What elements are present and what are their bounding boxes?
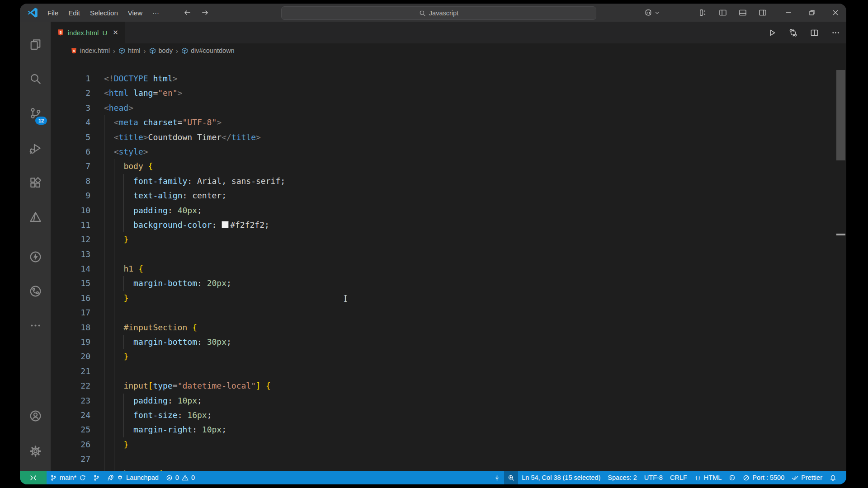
activity-source-control[interactable]: 12: [20, 102, 51, 124]
line-number[interactable]: 7: [51, 159, 90, 174]
code-line[interactable]: 13: [51, 247, 846, 262]
menu-view[interactable]: View: [123, 8, 147, 18]
status-live-server-port[interactable]: Port : 5500: [739, 471, 788, 484]
line-number[interactable]: 5: [51, 130, 90, 145]
status-notifications[interactable]: [826, 471, 840, 484]
code-line[interactable]: 28button {: [51, 467, 846, 471]
line-number[interactable]: 12: [51, 232, 90, 247]
status-commit-indicator[interactable]: [490, 471, 504, 484]
code-editor[interactable]: 1<!DOCTYPE html>2<html lang="en">3<head>…: [51, 58, 846, 471]
command-center-search[interactable]: Javascript: [281, 6, 596, 20]
split-editor-button[interactable]: [810, 28, 819, 37]
scrollbar-thumb[interactable]: [836, 70, 845, 160]
status-eol-sequence[interactable]: CRLF: [666, 471, 691, 484]
breadcrumb-item[interactable]: 5index.html: [71, 47, 110, 54]
breadcrumb-item[interactable]: body: [149, 47, 173, 54]
code-line[interactable]: 3<head>: [51, 101, 846, 115]
line-number[interactable]: 17: [51, 305, 90, 320]
tab-close-button[interactable]: ✕: [113, 28, 118, 37]
line-number[interactable]: 18: [51, 320, 90, 335]
activity-search[interactable]: [20, 68, 51, 89]
code-line[interactable]: 7body {: [51, 159, 846, 174]
line-number[interactable]: 8: [51, 174, 90, 188]
status-copilot-status[interactable]: [725, 471, 739, 484]
code-line[interactable]: 25margin-right: 10px;: [51, 422, 846, 437]
activity-thunder-client[interactable]: [20, 246, 51, 267]
code-line[interactable]: 2<html lang="en">: [51, 86, 846, 100]
open-changes-button[interactable]: [789, 28, 797, 37]
code-line[interactable]: 18#inputSection {: [51, 320, 846, 335]
status-cursor-position[interactable]: Ln 54, Col 38 (15 selected): [518, 471, 604, 484]
status-prettier[interactable]: Prettier: [788, 471, 826, 484]
line-number[interactable]: 15: [51, 276, 90, 291]
close-button[interactable]: [832, 9, 839, 16]
menu-file[interactable]: File: [42, 8, 63, 18]
arrow-left-icon[interactable]: [183, 9, 191, 17]
code-line[interactable]: 22input[type="datetime-local"] {: [51, 379, 846, 393]
code-line[interactable]: 20}: [51, 349, 846, 364]
activity-run-and-debug[interactable]: [20, 137, 51, 159]
activity-extensions[interactable]: [20, 172, 51, 193]
run-code-button[interactable]: [768, 28, 776, 37]
activity-accounts[interactable]: [20, 405, 51, 427]
code-line[interactable]: 4<meta charset="UTF-8">: [51, 115, 846, 130]
status-language-mode[interactable]: {}HTML: [691, 471, 725, 484]
activity-manage[interactable]: [20, 440, 51, 462]
code-line[interactable]: 23padding: 10px;: [51, 394, 846, 408]
restore-button[interactable]: [808, 9, 816, 16]
activity-git-graph[interactable]: [20, 280, 51, 302]
line-number[interactable]: 28: [51, 467, 90, 471]
tab-index-html[interactable]: 5 index.html U ✕: [51, 22, 125, 43]
activity-additional-views[interactable]: [20, 314, 51, 336]
menu-edit[interactable]: Edit: [63, 8, 85, 18]
status-zoom-indicator[interactable]: [504, 471, 518, 484]
customize-layout-icon[interactable]: [699, 9, 707, 17]
status-git-graph-status[interactable]: [90, 471, 104, 484]
line-number[interactable]: 24: [51, 408, 90, 422]
code-line[interactable]: 12}: [51, 232, 846, 247]
code-line[interactable]: 17: [51, 305, 846, 320]
status-encoding[interactable]: UTF-8: [641, 471, 666, 484]
status-remote-indicator[interactable]: [20, 471, 47, 484]
toggle-panel-icon[interactable]: [739, 9, 747, 17]
line-number[interactable]: 23: [51, 394, 90, 408]
line-number[interactable]: 22: [51, 379, 90, 393]
code-line[interactable]: 27: [51, 452, 846, 466]
code-line[interactable]: 21: [51, 364, 846, 379]
breadcrumb-item[interactable]: html: [118, 47, 140, 54]
status-indentation[interactable]: Spaces: 2: [604, 471, 641, 484]
code-line[interactable]: 11background-color: #f2f2f2;: [51, 218, 846, 232]
vertical-scrollbar[interactable]: [836, 58, 845, 471]
line-number[interactable]: 16: [51, 291, 90, 305]
code-line[interactable]: 1<!DOCTYPE html>: [51, 71, 846, 86]
code-line[interactable]: 5<title>Countdown Timer</title>: [51, 130, 846, 145]
menu-overflow[interactable]: ···: [147, 8, 164, 18]
status-git-branch[interactable]: main*: [47, 471, 90, 484]
line-number[interactable]: 21: [51, 364, 90, 379]
line-number[interactable]: 4: [51, 115, 90, 130]
line-number[interactable]: 1: [51, 71, 90, 86]
minimize-button[interactable]: [785, 9, 792, 16]
toggle-secondary-sidebar-icon[interactable]: [759, 9, 767, 17]
code-line[interactable]: 24font-size: 16px;: [51, 408, 846, 422]
status-launchpad[interactable]: Launchpad: [104, 471, 162, 484]
line-number[interactable]: 14: [51, 262, 90, 276]
activity-explorer[interactable]: [20, 33, 51, 55]
line-number[interactable]: 20: [51, 349, 90, 364]
code-line[interactable]: 15margin-bottom: 20px;: [51, 276, 846, 291]
line-number[interactable]: 9: [51, 188, 90, 203]
more-actions-button[interactable]: [831, 28, 840, 37]
line-number[interactable]: 6: [51, 145, 90, 159]
line-number[interactable]: 26: [51, 437, 90, 452]
code-line[interactable]: 10padding: 40px;: [51, 203, 846, 218]
activity-prism-extension[interactable]: [20, 206, 51, 228]
status-problems[interactable]: 00: [162, 471, 198, 484]
line-number[interactable]: 10: [51, 203, 90, 218]
line-number[interactable]: 19: [51, 335, 90, 349]
line-number[interactable]: 3: [51, 101, 90, 115]
code-line[interactable]: 9text-align: center;: [51, 188, 846, 203]
code-line[interactable]: 16}: [51, 291, 846, 305]
code-line[interactable]: 19margin-bottom: 30px;: [51, 335, 846, 349]
code-line[interactable]: 14h1 {: [51, 262, 846, 276]
line-number[interactable]: 27: [51, 452, 90, 466]
